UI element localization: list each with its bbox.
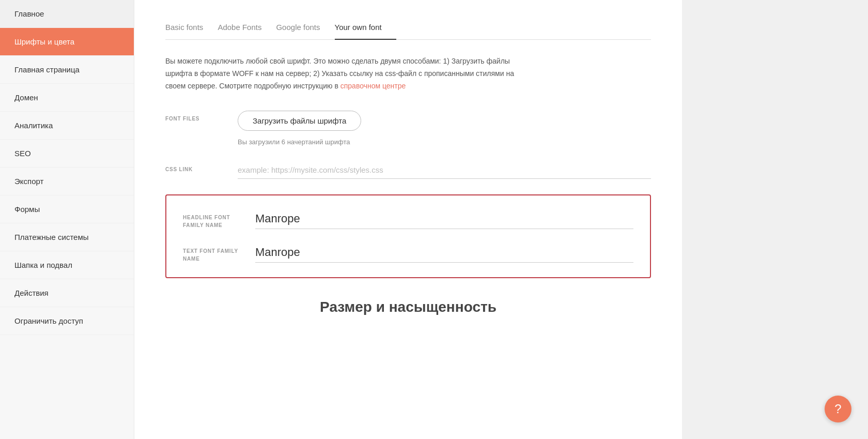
sidebar-item-home-page[interactable]: Главная страница (0, 56, 134, 84)
sidebar-item-export[interactable]: Экспорт (0, 168, 134, 195)
sidebar-item-fonts-colors[interactable]: Шрифты и цвета (0, 28, 134, 56)
text-font-input[interactable] (255, 244, 633, 263)
tabs-row: Basic fonts Adobe Fonts Google fonts You… (165, 0, 651, 40)
sidebar-item-seo[interactable]: SEO (0, 140, 134, 168)
css-link-field (238, 161, 651, 179)
sidebar: Главное Шрифты и цвета Главная страница … (0, 0, 134, 439)
text-font-label: TEXT FONT FAMILYNAME (183, 247, 255, 263)
sidebar-item-analytics[interactable]: Аналитика (0, 112, 134, 140)
sidebar-item-header-footer[interactable]: Шапка и подвал (0, 251, 134, 279)
size-section-title: Размер и насыщенность (165, 299, 651, 315)
font-files-row: FONT FILES Загрузить файлы шрифта Вы заг… (165, 111, 651, 146)
tab-basic-fonts[interactable]: Basic fonts (165, 16, 218, 40)
sidebar-item-domain[interactable]: Домен (0, 84, 134, 112)
headline-font-input[interactable] (255, 210, 633, 229)
tab-google-fonts[interactable]: Google fonts (276, 16, 334, 40)
help-button[interactable]: ? (825, 396, 851, 422)
help-link[interactable]: справочном центре (340, 82, 406, 90)
sidebar-item-actions[interactable]: Действия (0, 279, 134, 307)
tab-adobe-fonts[interactable]: Adobe Fonts (218, 16, 276, 40)
upload-font-button[interactable]: Загрузить файлы шрифта (238, 111, 361, 131)
main-content: Basic fonts Adobe Fonts Google fonts You… (134, 0, 682, 439)
sidebar-item-main[interactable]: Главное (0, 0, 134, 28)
tab-your-own-font[interactable]: Your own font (335, 16, 396, 40)
sidebar-item-forms[interactable]: Формы (0, 195, 134, 223)
upload-note: Вы загрузили 6 начертаний шрифта (238, 138, 651, 146)
headline-font-row: HEADLINE FONTFAMILY NAME (183, 210, 633, 229)
sidebar-item-payment[interactable]: Платежные системы (0, 223, 134, 251)
css-link-input[interactable] (238, 161, 651, 179)
text-font-row: TEXT FONT FAMILYNAME (183, 244, 633, 263)
css-link-label: CSS LINK (165, 161, 238, 173)
font-files-field: Загрузить файлы шрифта Вы загрузили 6 на… (238, 111, 651, 146)
font-files-label: FONT FILES (165, 111, 238, 123)
css-link-row: CSS LINK (165, 161, 651, 179)
headline-font-label: HEADLINE FONTFAMILY NAME (183, 214, 255, 229)
font-family-box: HEADLINE FONTFAMILY NAME TEXT FONT FAMIL… (165, 194, 651, 278)
sidebar-item-access[interactable]: Ограничить доступ (0, 307, 134, 335)
description-text: Вы можете подключить любой свой шрифт. Э… (165, 55, 527, 92)
right-panel (682, 0, 868, 439)
